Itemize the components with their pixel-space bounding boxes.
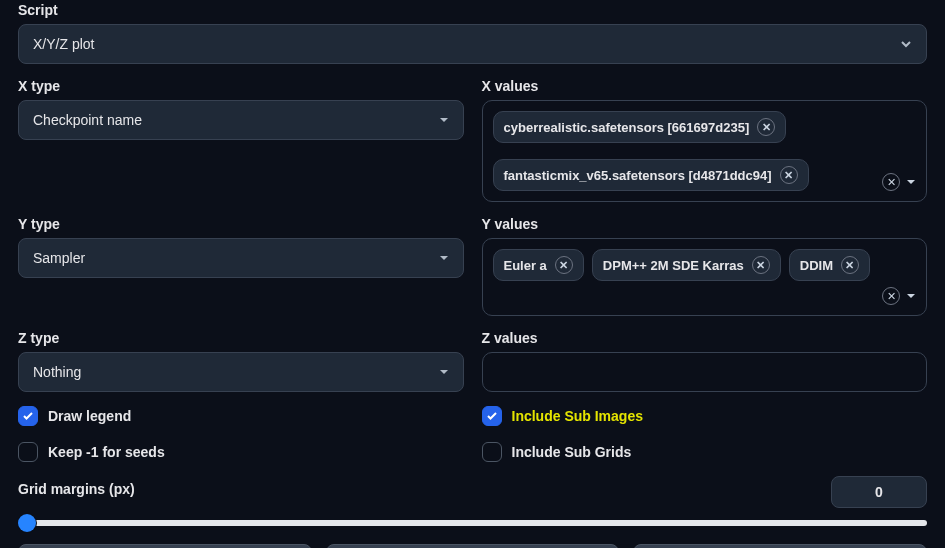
slider-thumb[interactable] <box>18 514 36 532</box>
include-sub-grids-label: Include Sub Grids <box>512 444 632 460</box>
script-label: Script <box>18 2 927 18</box>
checkbox-empty-icon <box>482 442 502 462</box>
x-type-label: X type <box>18 78 464 94</box>
z-values-label: Z values <box>482 330 928 346</box>
x-values-box[interactable]: cyberrealistic.safetensors [661697d235] … <box>482 100 928 202</box>
close-icon[interactable]: ✕ <box>841 256 859 274</box>
x-chip-1[interactable]: fantasticmix_v65.safetensors [d4871ddc94… <box>493 159 809 191</box>
y-chip-0-text: Euler a <box>504 258 547 273</box>
z-type-label: Z type <box>18 330 464 346</box>
chevron-down-icon <box>439 115 449 125</box>
close-icon[interactable]: ✕ <box>780 166 798 184</box>
y-chip-1[interactable]: DPM++ 2M SDE Karras ✕ <box>592 249 781 281</box>
z-values-input[interactable] <box>482 352 928 392</box>
y-chip-1-text: DPM++ 2M SDE Karras <box>603 258 744 273</box>
close-icon[interactable]: ✕ <box>752 256 770 274</box>
draw-legend-checkbox[interactable]: Draw legend <box>18 406 464 426</box>
y-values-box[interactable]: Euler a ✕ DPM++ 2M SDE Karras ✕ DDIM ✕ ✕ <box>482 238 928 316</box>
x-chip-0[interactable]: cyberrealistic.safetensors [661697d235] … <box>493 111 787 143</box>
margins-label: Grid margins (px) <box>18 481 819 497</box>
close-icon[interactable]: ✕ <box>555 256 573 274</box>
y-type-select[interactable]: Sampler <box>18 238 464 278</box>
check-icon <box>18 406 38 426</box>
chevron-down-icon <box>900 38 912 50</box>
z-type-value: Nothing <box>33 364 439 380</box>
y-values-label: Y values <box>482 216 928 232</box>
y-type-label: Y type <box>18 216 464 232</box>
slider-track <box>18 520 927 526</box>
margins-slider[interactable] <box>18 520 927 526</box>
chevron-down-icon <box>439 253 449 263</box>
close-icon[interactable]: ✕ <box>757 118 775 136</box>
y-type-value: Sampler <box>33 250 439 266</box>
y-chip-2-text: DDIM <box>800 258 833 273</box>
swap-xz-button[interactable]: Swap X/Z axes <box>633 544 927 548</box>
script-value: X/Y/Z plot <box>33 36 900 52</box>
margins-value[interactable]: 0 <box>831 476 927 508</box>
chevron-down-icon <box>439 367 449 377</box>
x-values-label: X values <box>482 78 928 94</box>
x-chip-0-text: cyberrealistic.safetensors [661697d235] <box>504 120 750 135</box>
swap-xy-button[interactable]: Swap X/Y axes <box>18 544 312 548</box>
script-select[interactable]: X/Y/Z plot <box>18 24 927 64</box>
z-type-select[interactable]: Nothing <box>18 352 464 392</box>
swap-yz-button[interactable]: Swap Y/Z axes <box>326 544 620 548</box>
x-type-select[interactable]: Checkpoint name <box>18 100 464 140</box>
include-sub-grids-checkbox[interactable]: Include Sub Grids <box>482 442 928 462</box>
clear-all-icon[interactable]: ✕ <box>882 173 900 191</box>
checkbox-empty-icon <box>18 442 38 462</box>
keep-seeds-label: Keep -1 for seeds <box>48 444 165 460</box>
include-sub-images-checkbox[interactable]: Include Sub Images <box>482 406 928 426</box>
chevron-down-icon[interactable] <box>906 291 916 301</box>
x-chip-1-text: fantasticmix_v65.safetensors [d4871ddc94… <box>504 168 772 183</box>
include-sub-images-label: Include Sub Images <box>512 408 643 424</box>
y-chip-2[interactable]: DDIM ✕ <box>789 249 870 281</box>
check-icon <box>482 406 502 426</box>
clear-all-icon[interactable]: ✕ <box>882 287 900 305</box>
y-chip-0[interactable]: Euler a ✕ <box>493 249 584 281</box>
draw-legend-label: Draw legend <box>48 408 131 424</box>
x-type-value: Checkpoint name <box>33 112 439 128</box>
chevron-down-icon[interactable] <box>906 177 916 187</box>
keep-seeds-checkbox[interactable]: Keep -1 for seeds <box>18 442 464 462</box>
